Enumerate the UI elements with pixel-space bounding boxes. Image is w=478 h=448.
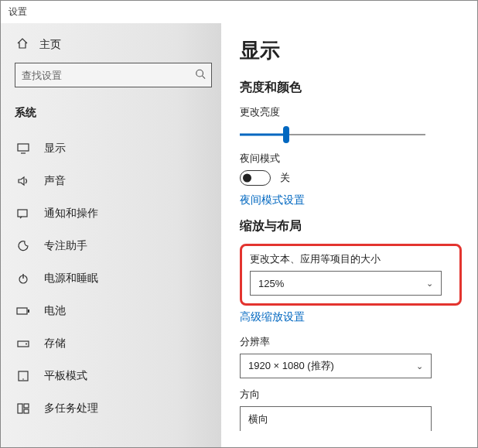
resolution-value: 1920 × 1080 (推荐) <box>248 359 334 373</box>
scale-highlight: 更改文本、应用等项目的大小 125% ⌄ <box>240 244 462 306</box>
toggle-knob <box>243 174 251 183</box>
power-icon <box>16 272 30 285</box>
sidebar-item-label: 多任务处理 <box>44 402 98 416</box>
advanced-scaling-link[interactable]: 高级缩放设置 <box>240 310 462 324</box>
notifications-icon <box>16 208 30 219</box>
home-label: 主页 <box>39 38 61 52</box>
display-icon <box>16 143 30 154</box>
sidebar-item-label: 存储 <box>44 337 66 351</box>
home-button[interactable]: 主页 <box>15 29 212 63</box>
svg-point-12 <box>22 378 24 380</box>
sidebar-item-tablet[interactable]: 平板模式 <box>15 360 212 392</box>
resolution-label: 分辨率 <box>240 335 462 349</box>
sidebar-item-label: 专注助手 <box>44 239 87 253</box>
sidebar-item-display[interactable]: 显示 <box>15 132 212 165</box>
tablet-icon <box>16 371 30 381</box>
sidebar-item-power[interactable]: 电源和睡眠 <box>15 262 212 295</box>
resolution-dropdown[interactable]: 1920 × 1080 (推荐) ⌄ <box>240 354 432 378</box>
scale-value: 125% <box>258 278 284 289</box>
sidebar-group-title: 系统 <box>15 100 212 132</box>
orientation-value: 横向 <box>248 412 268 426</box>
slider-thumb[interactable] <box>283 126 289 143</box>
sidebar: 主页 系统 显示 声音 通知和操作 <box>1 23 221 447</box>
svg-rect-15 <box>24 409 29 413</box>
sidebar-item-notifications[interactable]: 通知和操作 <box>15 197 212 230</box>
svg-rect-7 <box>17 308 27 314</box>
orientation-label: 方向 <box>240 388 462 402</box>
brightness-label: 更改亮度 <box>240 105 462 119</box>
svg-rect-8 <box>28 309 29 313</box>
content-pane: 显示 亮度和颜色 更改亮度 夜间模式 关 夜间模式设置 缩放与布局 更改文本、应… <box>221 23 477 447</box>
brightness-slider[interactable] <box>240 124 425 145</box>
page-title: 显示 <box>240 37 462 64</box>
sound-icon <box>16 176 30 186</box>
chevron-down-icon: ⌄ <box>426 279 433 289</box>
scale-section-header: 缩放与布局 <box>240 218 462 234</box>
orientation-dropdown[interactable]: 横向 <box>240 406 432 431</box>
sidebar-item-label: 声音 <box>44 174 66 188</box>
nightlight-state: 关 <box>280 171 290 185</box>
sidebar-item-storage[interactable]: 存储 <box>15 327 212 360</box>
brightness-section-header: 亮度和颜色 <box>240 80 462 96</box>
svg-rect-2 <box>18 144 29 151</box>
storage-icon <box>16 339 30 348</box>
svg-rect-4 <box>18 210 27 217</box>
multitask-icon <box>16 403 30 414</box>
home-icon <box>16 37 29 52</box>
scale-dropdown[interactable]: 125% ⌄ <box>250 271 442 296</box>
window-title: 设置 <box>1 1 477 23</box>
nightlight-toggle[interactable] <box>240 170 271 186</box>
search-input[interactable] <box>15 63 212 87</box>
sidebar-item-battery[interactable]: 电池 <box>15 295 212 327</box>
slider-fill <box>240 134 286 136</box>
sidebar-item-label: 电源和睡眠 <box>44 272 98 286</box>
svg-rect-14 <box>24 404 29 408</box>
sidebar-item-focus[interactable]: 专注助手 <box>15 230 212 262</box>
sidebar-item-sound[interactable]: 声音 <box>15 165 212 197</box>
svg-rect-13 <box>18 404 22 413</box>
sidebar-item-label: 平板模式 <box>44 369 87 383</box>
search-box[interactable] <box>15 63 212 87</box>
battery-icon <box>16 306 30 316</box>
chevron-down-icon: ⌄ <box>416 361 423 371</box>
nightlight-label: 夜间模式 <box>240 152 462 166</box>
focus-icon <box>16 240 30 252</box>
sidebar-item-label: 显示 <box>44 142 66 156</box>
svg-point-10 <box>26 344 27 345</box>
sidebar-item-label: 电池 <box>44 304 66 318</box>
nightlight-settings-link[interactable]: 夜间模式设置 <box>240 193 462 207</box>
sidebar-item-multitask[interactable]: 多任务处理 <box>15 392 212 425</box>
sidebar-item-label: 通知和操作 <box>44 207 98 221</box>
scale-label: 更改文本、应用等项目的大小 <box>250 252 452 266</box>
